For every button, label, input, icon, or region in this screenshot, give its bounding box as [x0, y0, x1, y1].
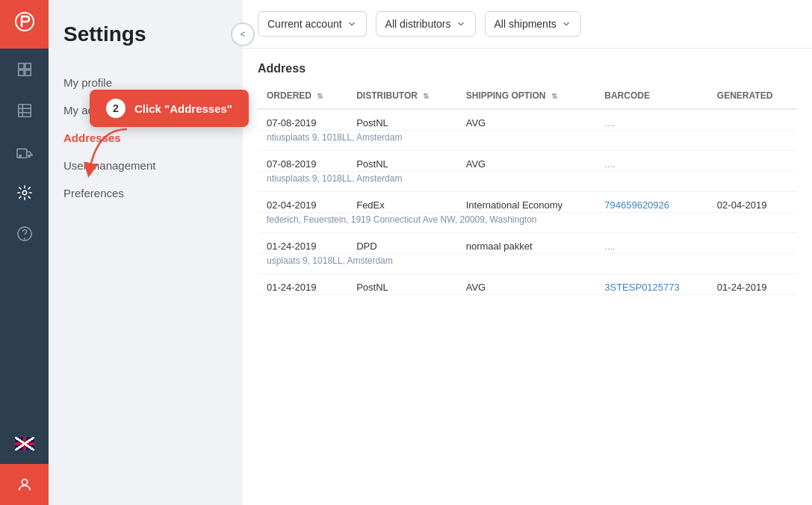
svg-rect-2 — [25, 63, 30, 68]
sort-ordered-icon: ⇅ — [317, 92, 323, 100]
col-barcode: BARCODE — [595, 83, 708, 109]
tooltip-step: 2 — [106, 99, 125, 118]
all-distributors-filter[interactable]: All distributors — [376, 11, 476, 37]
cell-shipping-option: AVG — [457, 109, 596, 131]
sidebar-item-settings[interactable] — [0, 172, 49, 213]
language-selector[interactable] — [0, 423, 49, 464]
col-ordered: ORDERED ⇅ — [258, 83, 347, 109]
cell-generated — [708, 109, 797, 131]
cell-generated: 01-24-2019 — [708, 274, 797, 295]
svg-rect-11 — [19, 155, 21, 157]
cell-generated: 02-04-2019 — [708, 192, 797, 213]
svg-point-14 — [24, 238, 25, 238]
sidebar-item-reports[interactable] — [0, 90, 49, 131]
svg-rect-3 — [18, 69, 23, 75]
table-row-address: usplaats 9, 1018LL, Amsterdam — [258, 254, 797, 274]
svg-rect-4 — [25, 69, 30, 75]
cell-shipping-option: normaal pakket — [457, 233, 596, 254]
logo-icon — [14, 11, 35, 37]
all-shipments-label: All shipments — [495, 18, 557, 30]
cell-ordered: 07-08-2019 — [258, 151, 347, 172]
svg-rect-5 — [18, 104, 31, 117]
app-logo[interactable] — [0, 0, 49, 49]
cell-barcode: .... — [595, 233, 708, 254]
cell-distributor: PostNL — [347, 151, 457, 172]
barcode-link[interactable]: 3STESP0125773 — [604, 282, 679, 293]
sort-shipping-icon: ⇅ — [551, 92, 557, 100]
all-shipments-filter[interactable]: All shipments — [485, 11, 581, 37]
table-header-row: ORDERED ⇅ DISTRIBUTOR ⇅ SHIPPING OPTION … — [258, 83, 797, 109]
filters-bar: Current account All distributors All shi… — [243, 0, 812, 49]
cell-distributor: DPD — [347, 233, 457, 254]
cell-address: federich, Feuerstein, 1919 Connecticut A… — [258, 213, 797, 233]
col-generated: GENERATED — [708, 83, 797, 109]
cell-barcode: .... — [595, 151, 708, 172]
cell-address: ntiusplaats 9, 1018LL, Amsterdam — [258, 131, 797, 151]
sidebar-item-help[interactable] — [0, 213, 49, 254]
cell-distributor: PostNL — [347, 274, 457, 295]
cell-distributor: FedEx — [347, 192, 457, 213]
icon-bar-bottom — [0, 423, 49, 505]
tooltip-box: 2 Click "Addresses" — [90, 90, 249, 127]
cell-shipping-option: AVG — [457, 151, 596, 172]
main-content: Current account All distributors All shi… — [243, 0, 812, 505]
chevron-left-icon: < — [240, 29, 245, 40]
cell-address: usplaats 9, 1018LL, Amsterdam — [258, 254, 797, 274]
table-row-address: ntiusplaats 9, 1018LL, Amsterdam — [258, 172, 797, 192]
table-row: 07-08-2019PostNLAVG.... — [258, 109, 797, 131]
table-row: 02-04-2019FedExInternational Economy7946… — [258, 192, 797, 213]
cell-shipping-option: AVG — [457, 274, 596, 295]
cell-ordered: 02-04-2019 — [258, 192, 347, 213]
table-row: 01-24-2019DPDnormaal pakket.... — [258, 233, 797, 254]
tooltip-text: Click "Addresses" — [134, 102, 232, 115]
icon-bar — [0, 0, 49, 505]
barcode-link[interactable]: 794659620926 — [604, 199, 669, 211]
cell-ordered: 07-08-2019 — [258, 109, 347, 131]
svg-point-15 — [22, 479, 27, 484]
cell-generated — [708, 151, 797, 172]
sidebar-title: Settings — [63, 22, 228, 46]
sidebar-item-shipments[interactable] — [0, 131, 49, 172]
table-row: 01-24-2019PostNLAVG3STESP012577301-24-20… — [258, 274, 797, 295]
settings-sidebar: Settings My profile My account Addresses… — [49, 0, 243, 505]
sidebar-item-orders[interactable] — [0, 49, 49, 90]
all-distributors-label: All distributors — [385, 18, 451, 30]
svg-rect-9 — [16, 149, 26, 158]
sort-distributor-icon: ⇅ — [423, 92, 429, 100]
current-account-filter[interactable]: Current account — [258, 11, 367, 37]
table-row-address: federich, Feuerstein, 1919 Connecticut A… — [258, 213, 797, 233]
cell-ordered: 01-24-2019 — [258, 233, 347, 254]
cell-barcode[interactable]: 3STESP0125773 — [595, 274, 708, 295]
svg-rect-10 — [28, 155, 30, 157]
cell-distributor: PostNL — [347, 109, 457, 131]
account-icon-bottom[interactable] — [0, 464, 49, 505]
cell-ordered: 01-24-2019 — [258, 274, 347, 295]
tooltip-arrow — [82, 126, 142, 185]
cell-barcode: .... — [595, 109, 708, 131]
col-shipping-option: SHIPPING OPTION ⇅ — [457, 83, 596, 109]
cell-barcode[interactable]: 794659620926 — [595, 192, 708, 213]
svg-point-12 — [22, 190, 27, 195]
cell-address: ntiusplaats 9, 1018LL, Amsterdam — [258, 172, 797, 192]
current-account-label: Current account — [267, 18, 342, 30]
shipments-table: ORDERED ⇅ DISTRIBUTOR ⇅ SHIPPING OPTION … — [258, 83, 797, 295]
svg-rect-1 — [18, 63, 23, 68]
table-row: 07-08-2019PostNLAVG.... — [258, 151, 797, 172]
tooltip-overlay: 2 Click "Addresses" — [90, 90, 249, 127]
cell-shipping-option: International Economy — [457, 192, 596, 213]
section-title: Address — [258, 49, 797, 83]
col-distributor: DISTRIBUTOR ⇅ — [347, 83, 457, 109]
table-row-address: ntiusplaats 9, 1018LL, Amsterdam — [258, 131, 797, 151]
table-container: Address ORDERED ⇅ DISTRIBUTOR ⇅ SHIPPING… — [243, 49, 812, 505]
cell-generated — [708, 233, 797, 254]
sidebar-collapse-button[interactable]: < — [231, 22, 255, 46]
table-body: 07-08-2019PostNLAVG....ntiusplaats 9, 10… — [258, 109, 797, 295]
